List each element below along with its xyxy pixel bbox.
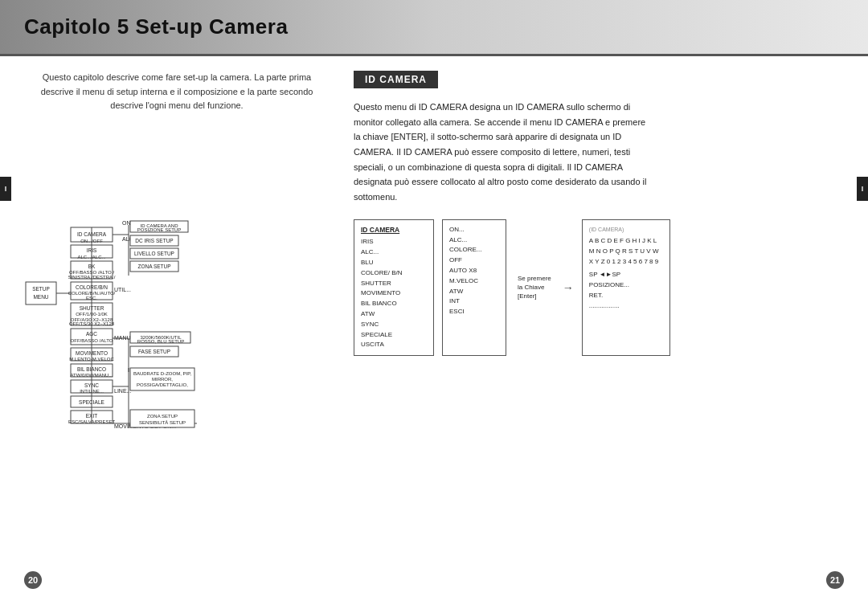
sub-box-id-camera-blu: BLU — [361, 258, 427, 268]
flow-svg: SETUP MENU ID CAMERA ON.../OFF IRIS ALC.… — [24, 123, 313, 501]
sub-box-id-camera-colore: COLORE/ B/N — [361, 268, 427, 279]
svg-text:POSSIGA/DETTAGLIO,: POSSIGA/DETTAGLIO, — [137, 382, 188, 387]
svg-text:BAUDRATE D-ZOOM, PIP,: BAUDRATE D-ZOOM, PIP, — [133, 371, 191, 376]
sub-box-id-camera-title: ID CAMERA — [361, 225, 427, 236]
svg-text:SETUP: SETUP — [32, 286, 50, 292]
svg-text:DC IRIS SETUP: DC IRIS SETUP — [135, 238, 173, 243]
svg-text:MIRROR,: MIRROR, — [152, 377, 173, 382]
page: Capitolo 5 Set-up Camera I I Questo capi… — [0, 0, 868, 613]
sub-charset-dots: ................. — [589, 301, 663, 312]
sub-box-id-camera: ID CAMERA IRIS ALC... BLU COLORE/ B/N SH… — [354, 219, 434, 356]
left-column: Questo capitolo descrive come fare set-u… — [24, 71, 330, 501]
svg-text:SENSIBILITÀ SETUP: SENSIBILITÀ SETUP — [139, 420, 186, 425]
intro-paragraph: Questo capitolo descrive come fare set-u… — [24, 71, 330, 113]
sub-box-charset: (ID CAMERA) A B C D E F G H I J K L M N … — [582, 219, 670, 356]
intro-line-2: descrive il menu di setup interna e il c… — [41, 87, 313, 96]
svg-text:UTIL...: UTIL... — [114, 287, 131, 292]
sub-opt-alc: ALC... — [449, 235, 499, 246]
body-line-1: Questo menu di ID CAMERA designa un ID C… — [354, 102, 630, 112]
sub-box-id-camera-sync: SYNC — [361, 320, 427, 330]
sub-opt-mveloc: M.VELOC — [449, 276, 499, 287]
section-title: ID CAMERA — [354, 71, 438, 88]
sub-charset-pos: POSIZIONE... — [589, 280, 663, 291]
body-line-3: la chiave [ENTER], il sotto-schermo sarà… — [354, 132, 621, 141]
sub-diagram: ID CAMERA IRIS ALC... BLU COLORE/ B/N SH… — [354, 219, 844, 356]
main-content: Questo capitolo descrive come fare set-u… — [0, 56, 868, 515]
page-title: Capitolo 5 Set-up Camera — [24, 14, 288, 39]
intro-line-1: Questo capitolo descrive come fare set-u… — [43, 72, 311, 82]
page-number-right: 21 — [826, 571, 844, 589]
sub-charset-ret: RET. — [589, 291, 663, 301]
body-line-5: speciali, o un combinazione di questa so… — [354, 162, 623, 172]
svg-text:MENU: MENU — [33, 294, 48, 300]
sub-charset-row2: M N O P Q R S T U V W — [589, 247, 663, 257]
body-line-6: designata può essere collocato al altro … — [354, 177, 646, 186]
sub-arrow: → — [563, 219, 574, 356]
header: Capitolo 5 Set-up Camera — [0, 0, 868, 56]
flowchart: SETUP MENU ID CAMERA ON.../OFF IRIS ALC.… — [24, 123, 313, 501]
sub-box-id-camera-bil: BIL BIANCO — [361, 299, 427, 309]
page-number-left: 20 — [24, 571, 42, 589]
sub-note-enter: [Enter] — [518, 292, 551, 300]
svg-text:ZONA SETUP: ZONA SETUP — [147, 414, 178, 419]
sub-box-id-camera-alc: ALC... — [361, 247, 427, 258]
body-line-4: CAMERA. Il ID CAMERA può essere composit… — [354, 147, 630, 157]
sub-box-id-camera-atw: ATW — [361, 309, 427, 320]
sub-opt-int: INT — [449, 296, 499, 307]
svg-text:ZONA SETUP: ZONA SETUP — [137, 264, 170, 269]
sub-opt-colore: COLORE... — [449, 245, 499, 255]
sub-opt-off: OFF — [449, 255, 499, 266]
sub-note: Se premere la Chiave [Enter] — [514, 219, 555, 356]
body-line-7: sottomenu. — [354, 192, 397, 202]
sub-note-premere: Se premere — [518, 275, 551, 282]
body-line-2: monitor collegato alla camera. Se accend… — [354, 117, 645, 127]
sub-opt-esci: ESCI — [449, 307, 499, 317]
right-tab: I — [857, 177, 868, 201]
sub-opt-on: ON... — [449, 225, 499, 235]
sub-charset-sp: SP ◄►SP — [589, 270, 663, 280]
sub-note-chiave: la Chiave — [518, 284, 551, 291]
section-body: Questo menu di ID CAMERA designa un ID C… — [354, 100, 691, 205]
svg-text:FASE SETUP: FASE SETUP — [138, 349, 170, 354]
sub-box-id-camera-shutter: SHUTTER — [361, 279, 427, 289]
sub-box-id-camera-movimento: MOVIMENTO — [361, 288, 427, 299]
sub-box-charset-header: (ID CAMERA) — [589, 225, 663, 234]
svg-text:ROSSO, BLU SETUP: ROSSO, BLU SETUP — [137, 339, 184, 344]
sub-opt-atw: ATW — [449, 287, 499, 297]
sub-box-options: ON... ALC... COLORE... OFF AUTO X8 M.VEL… — [442, 219, 506, 356]
sub-opt-auto: AUTO X8 — [449, 266, 499, 276]
left-tab: I — [0, 177, 11, 201]
sub-box-id-camera-speciale: SPECIALE — [361, 330, 427, 341]
sub-charset-row1: A B C D E F G H I J K L — [589, 236, 663, 247]
svg-text:LIVELLO SETUP: LIVELLO SETUP — [134, 251, 174, 256]
intro-line-3: descrive l'ogni menu del funzione. — [110, 100, 243, 110]
sub-box-id-camera-iris: IRIS — [361, 237, 427, 247]
sub-box-id-camera-uscita: USCITA — [361, 340, 427, 350]
svg-text:POSIZIONE SETUP: POSIZIONE SETUP — [137, 227, 181, 232]
sub-charset-row3: X Y Z 0 1 2 3 4 5 6 7 8 9 — [589, 257, 663, 268]
right-column: ID CAMERA Questo menu di ID CAMERA desig… — [346, 71, 844, 501]
